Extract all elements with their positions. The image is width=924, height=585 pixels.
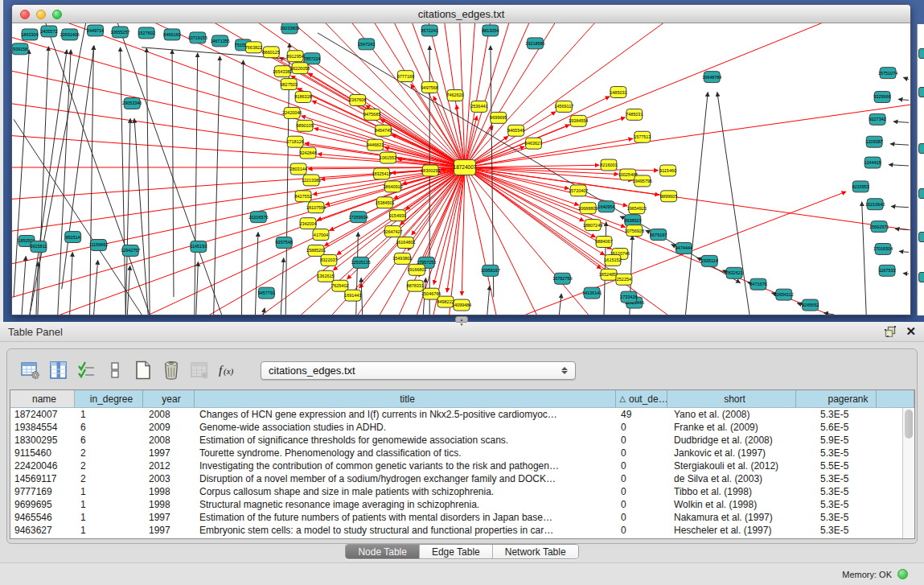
node-label: 14099484 — [452, 303, 471, 307]
split-pane-handle[interactable]: ▲▼ — [455, 316, 468, 323]
graph-node-teal[interactable] — [918, 48, 924, 59]
table-selector-dropdown[interactable]: citations_edges.txt — [261, 361, 576, 380]
node-label: 1061553 — [380, 155, 396, 160]
column-header-name[interactable]: name — [10, 390, 75, 407]
node-label: 8471676 — [749, 282, 766, 286]
table-cell: 5.3E-5 — [796, 498, 877, 511]
select-rows-icon[interactable] — [77, 360, 97, 380]
node-label: 1167533 — [879, 268, 896, 273]
node-label: 2449714 — [87, 28, 104, 33]
node-label: 9899605 — [660, 194, 677, 199]
citation-edge-red — [320, 23, 465, 167]
float-panel-icon[interactable] — [885, 326, 896, 337]
import-table-icon[interactable] — [190, 360, 209, 380]
node-label: 12505135 — [351, 260, 371, 265]
table-cell: 5.3E-5 — [796, 511, 877, 524]
table-cell: 14569117 — [10, 472, 75, 485]
tab-network-table[interactable]: Network Table — [493, 545, 578, 558]
node-label: 9474444 — [676, 245, 692, 250]
table-cell: Estimation of the future numbers of pati… — [195, 511, 616, 524]
close-window-icon[interactable] — [20, 10, 30, 19]
table-row[interactable]: 969969511998Structural magnetic resonanc… — [10, 498, 914, 511]
table-cell: 2008 — [143, 434, 195, 447]
network-canvas[interactable]: 1863304240557293915820691406244971410655… — [12, 23, 910, 315]
column-header-label: year — [162, 393, 180, 405]
graph-node-teal[interactable] — [918, 272, 924, 282]
node-label: 8427552 — [294, 194, 311, 199]
network-window-titlebar[interactable]: citations_edges.txt — [12, 5, 910, 23]
memory-status-label: Memory: OK — [842, 570, 892, 579]
column-header-out_de[interactable]: △out_de… — [616, 390, 667, 407]
table-row[interactable]: 946554611997Estimation of the future num… — [10, 511, 914, 524]
table-row[interactable]: 1830029562008Estimation of significance … — [10, 434, 914, 447]
tab-node-table[interactable]: Node Table — [346, 545, 420, 558]
column-header-label: name — [32, 393, 56, 405]
table-row[interactable]: 2242004622012Investigating the contribut… — [10, 459, 914, 472]
node-label: 16210643 — [865, 202, 885, 207]
memory-ok-indicator[interactable] — [897, 569, 908, 579]
table-cell: 0 — [616, 472, 667, 485]
table-cell: 0 — [616, 485, 667, 498]
column-header-in_degree[interactable]: in_degree — [75, 390, 143, 407]
table-cell: 2003 — [143, 472, 195, 485]
column-header-year[interactable]: year — [143, 390, 195, 407]
node-label: 9446821 — [367, 142, 384, 147]
table-row[interactable]: 946362711997Embryonic stem cells: a mode… — [10, 524, 914, 537]
table-cell: Tibbo et al. (1998) — [667, 485, 796, 498]
table-cell: Franke et al. (2009) — [667, 421, 796, 434]
table-cell: 6 — [75, 421, 143, 434]
column-header-short[interactable]: short — [667, 390, 796, 407]
table-cell: Structural magnetic resonance image aver… — [195, 498, 616, 511]
node-label: 1577513 — [634, 134, 651, 139]
table-row[interactable]: 911546021997Tourette syndrome. Phenomeno… — [10, 447, 914, 459]
table-scrollbar[interactable] — [902, 408, 914, 539]
citation-edge-black — [146, 48, 150, 315]
node-label: 1145193 — [190, 244, 207, 249]
table-row[interactable]: 977716911998Corpus callosum shape and si… — [10, 485, 914, 498]
node-label: 2367608 — [349, 97, 366, 102]
table-cell: 5.5E-5 — [796, 459, 877, 472]
tab-edge-table[interactable]: Edge Table — [420, 545, 493, 558]
table-cell: 1998 — [143, 485, 195, 498]
node-label: 11156862 — [89, 242, 108, 247]
zoom-window-icon[interactable] — [52, 10, 62, 19]
table-scrollbar-thumb[interactable] — [905, 410, 913, 439]
graph-node-teal[interactable] — [918, 188, 924, 199]
node-label: 14569117 — [554, 104, 573, 109]
table-cell: 1 — [75, 408, 143, 421]
graph-node-teal[interactable] — [918, 87, 924, 97]
node-label: 1547243 — [358, 42, 375, 47]
node-label: 15384501 — [375, 200, 394, 205]
node-label: 1863304 — [21, 32, 38, 37]
column-header-title[interactable]: title — [195, 390, 616, 407]
graph-node-teal[interactable] — [918, 143, 924, 154]
show-columns-icon[interactable] — [49, 360, 68, 380]
window-controls — [20, 10, 62, 19]
column-header-pagerank[interactable]: pagerank — [796, 390, 877, 407]
citation-network-graph[interactable]: 1863304240557293915820691406244971410655… — [12, 23, 910, 315]
citation-edge-black — [195, 53, 198, 315]
network-window[interactable]: citations_edges.txt 18633042405572939158… — [11, 4, 911, 315]
row-height-icon[interactable] — [105, 360, 125, 380]
minimize-window-icon[interactable] — [36, 10, 46, 19]
table-row[interactable]: 1938455462009Genome-wide association stu… — [10, 421, 914, 434]
table-row[interactable]: 1872400712008Changes of HCN gene express… — [10, 408, 914, 421]
node-label: 9115460 — [659, 168, 676, 173]
table-row[interactable]: 1456911722003Disruption of a novel membe… — [10, 472, 914, 485]
citation-edge-black — [487, 286, 490, 315]
table-settings-icon[interactable] — [21, 360, 40, 380]
node-label: 15885201 — [306, 248, 326, 253]
background-network-window[interactable] — [917, 24, 924, 315]
new-table-icon[interactable] — [133, 360, 153, 380]
table-toolbar: f (x) citations_edges.txt — [21, 356, 576, 385]
citation-edge-black — [889, 165, 909, 166]
node-label: 1733426 — [620, 295, 637, 299]
node-label: 9475685 — [363, 112, 380, 117]
node-label: 6679197 — [650, 233, 667, 237]
close-panel-icon[interactable]: ✕ — [906, 324, 916, 339]
graph-node-teal[interactable] — [918, 232, 924, 242]
delete-table-icon[interactable] — [162, 360, 181, 380]
function-builder-icon[interactable]: f (x) — [218, 360, 237, 380]
table-panel: Table Panel ✕ — [0, 322, 924, 585]
node-label: 15751074 — [878, 71, 897, 76]
